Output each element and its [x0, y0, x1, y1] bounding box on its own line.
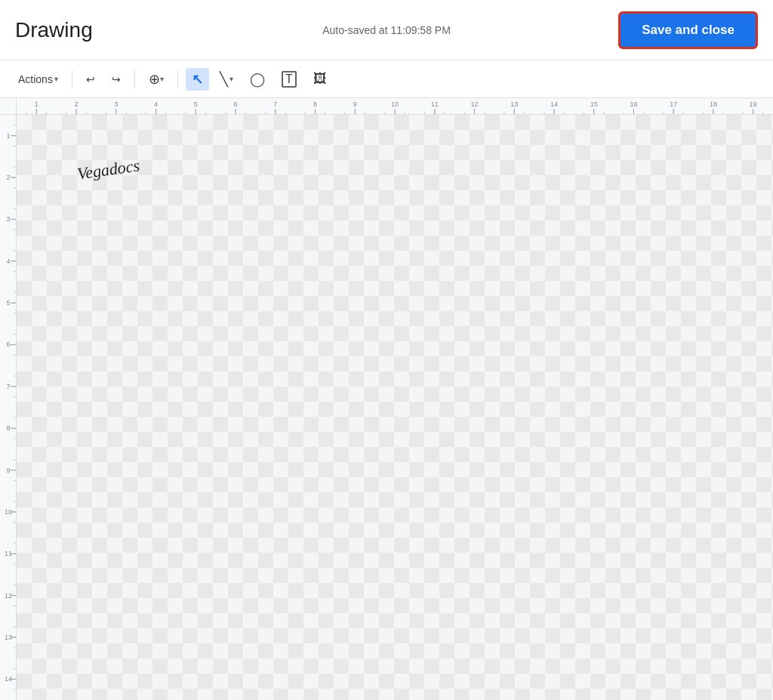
svg-text:10: 10 [5, 508, 12, 516]
ruler-corner [0, 98, 17, 114]
svg-text:18: 18 [710, 100, 717, 108]
actions-menu-button[interactable]: Actions ▾ [12, 70, 64, 88]
canvas-area: 1234567891011121314 Vegadocs [0, 115, 773, 700]
svg-text:11: 11 [431, 100, 439, 108]
svg-text:2: 2 [75, 100, 79, 108]
svg-text:11: 11 [5, 550, 12, 557]
actions-chevron-icon: ▾ [54, 75, 58, 83]
save-and-close-button[interactable]: Save and close [618, 11, 758, 49]
svg-text:6: 6 [6, 341, 10, 348]
undo-icon: ↩ [86, 73, 95, 85]
toolbar-divider-3 [177, 70, 178, 88]
autosave-status: Auto-saved at 11:09:58 PM [322, 24, 451, 36]
zoom-button[interactable]: ⊕ ▾ [143, 68, 170, 91]
actions-label: Actions [18, 73, 53, 85]
svg-text:10: 10 [391, 100, 399, 108]
svg-text:12: 12 [5, 592, 12, 600]
redo-button[interactable]: ↪ [106, 70, 127, 88]
canvas-drawing-text: Vegadocs [76, 156, 141, 183]
svg-text:13: 13 [510, 100, 518, 108]
svg-text:4: 4 [154, 100, 158, 108]
drawing-canvas[interactable]: Vegadocs [17, 115, 773, 700]
svg-text:7: 7 [273, 100, 277, 108]
svg-text:17: 17 [670, 100, 677, 108]
svg-text:13: 13 [5, 634, 12, 641]
line-chevron-icon: ▾ [229, 75, 233, 83]
svg-text:5: 5 [194, 100, 198, 108]
svg-text:8: 8 [6, 424, 10, 432]
svg-text:14: 14 [550, 100, 558, 108]
svg-text:4: 4 [6, 257, 10, 265]
ruler-container: 12345678910111213141516171819 [0, 98, 773, 115]
select-tool-button[interactable]: ↖ [186, 68, 209, 91]
svg-text:9: 9 [6, 467, 10, 474]
app-header: Drawing Auto-saved at 11:09:58 PM Save a… [0, 0, 773, 60]
textbox-icon: T [282, 71, 297, 88]
svg-text:3: 3 [6, 215, 10, 223]
toolbar: Actions ▾ ↩ ↪ ⊕ ▾ ↖ ╲ ▾ ◯ T 🖼 [0, 60, 773, 98]
svg-text:2: 2 [6, 174, 10, 181]
svg-text:6: 6 [234, 100, 238, 108]
svg-text:16: 16 [630, 100, 637, 108]
select-icon: ↖ [192, 71, 203, 88]
toolbar-divider-1 [72, 70, 72, 88]
shape-icon: ◯ [250, 71, 265, 88]
svg-text:15: 15 [590, 100, 598, 108]
undo-button[interactable]: ↩ [80, 70, 101, 88]
svg-text:1: 1 [35, 100, 38, 108]
line-tool-button[interactable]: ╲ ▾ [214, 68, 239, 91]
svg-text:5: 5 [6, 299, 10, 307]
svg-text:1: 1 [6, 132, 10, 140]
app-title: Drawing [15, 18, 93, 42]
redo-icon: ↪ [112, 73, 121, 85]
svg-text:9: 9 [353, 100, 357, 108]
svg-text:19: 19 [750, 100, 757, 108]
shape-tool-button[interactable]: ◯ [244, 68, 271, 91]
svg-rect-96 [0, 115, 17, 700]
textbox-tool-button[interactable]: T [276, 68, 303, 91]
image-tool-button[interactable]: 🖼 [307, 68, 333, 90]
zoom-icon: ⊕ [149, 71, 160, 88]
svg-text:7: 7 [6, 383, 10, 390]
vertical-ruler: 1234567891011121314 [0, 115, 17, 700]
image-icon: 🖼 [313, 71, 327, 87]
svg-text:12: 12 [470, 100, 478, 108]
horizontal-ruler: 12345678910111213141516171819 [17, 98, 773, 114]
zoom-chevron-icon: ▾ [160, 75, 164, 83]
toolbar-divider-2 [134, 70, 135, 88]
svg-text:8: 8 [313, 100, 317, 108]
svg-text:3: 3 [114, 100, 118, 108]
svg-text:14: 14 [5, 675, 12, 683]
line-icon: ╲ [220, 71, 228, 88]
